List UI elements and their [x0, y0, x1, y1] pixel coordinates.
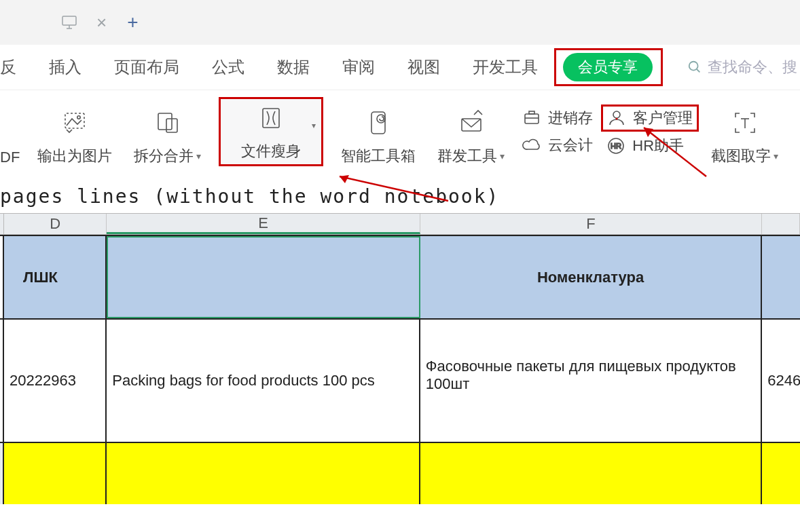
svg-rect-13 [525, 114, 539, 124]
search-icon [687, 60, 702, 75]
svg-text:HR: HR [611, 142, 621, 150]
file-slim-icon [257, 104, 285, 132]
ribbon-screenshot-text-label: 截图取字▾ [711, 146, 778, 166]
search-placeholder: 查找命令、搜 [708, 57, 797, 77]
tab-close-button[interactable]: × [96, 12, 107, 33]
ribbon-hr-assist[interactable]: HR HR助手 [606, 136, 693, 156]
data-row-1: 20222963 Packing bags for food products … [0, 320, 800, 443]
ribbon-inventory[interactable]: 进销存 [522, 108, 593, 128]
svg-line-4 [697, 69, 700, 73]
cell-header-d[interactable]: ЛШК [4, 236, 107, 318]
header-row: ЛШК Номенклатура [0, 235, 800, 320]
menu-item-page-layout[interactable]: 页面布局 [98, 56, 196, 78]
svg-rect-15 [529, 111, 534, 114]
column-headers: D E F [0, 213, 800, 235]
svg-rect-9 [263, 109, 279, 128]
cell-e2[interactable] [107, 443, 420, 504]
titlebar: × + [0, 0, 800, 45]
menu-item-0[interactable]: 反 [0, 56, 33, 78]
cell-f1[interactable]: Фасовочные пакеты для пищевых продуктов … [420, 320, 762, 442]
command-search[interactable]: 查找命令、搜 [687, 57, 797, 77]
cell-g2[interactable] [762, 443, 800, 504]
menu-item-view[interactable]: 视图 [391, 56, 456, 78]
svg-point-16 [613, 111, 620, 118]
cell-header-f[interactable]: Номенклатура [420, 236, 762, 318]
ribbon-smart-toolbox[interactable]: 智能工具箱 [330, 97, 426, 166]
ribbon-file-slim-label: 文件瘦身 [241, 141, 301, 162]
ribbon-split-merge[interactable]: 拆分合并▾ [123, 97, 212, 166]
formula-bar[interactable]: pages lines (without the word notebook) [0, 177, 800, 213]
menu-item-review[interactable]: 审阅 [326, 56, 391, 78]
hr-icon: HR [606, 136, 625, 155]
ribbon-split-merge-label: 拆分合并▾ [134, 146, 201, 166]
data-row-2 [0, 443, 800, 504]
ribbon-mass-send-label: 群发工具▾ [437, 146, 505, 166]
svg-point-6 [77, 116, 80, 119]
ribbon-file-slim[interactable]: ▾ 文件瘦身 [219, 97, 323, 166]
menu-item-formula[interactable]: 公式 [196, 56, 261, 78]
colhead-e[interactable]: E [107, 214, 420, 234]
smart-toolbox-icon [365, 109, 392, 136]
cell-header-e-selected[interactable] [107, 236, 420, 318]
tab-add-button[interactable]: + [127, 12, 138, 33]
ribbon-mass-send[interactable]: 群发工具▾ [426, 97, 515, 166]
colhead-g[interactable] [762, 214, 800, 234]
ribbon-pdf[interactable]: DF [0, 97, 26, 166]
dropdown-icon[interactable]: ▾ [312, 121, 316, 130]
presentation-icon[interactable] [61, 14, 77, 31]
svg-point-3 [689, 62, 698, 71]
ribbon-col-people: 客户管理 HR HR助手 [600, 97, 700, 166]
colhead-f[interactable]: F [420, 214, 762, 234]
inventory-icon [522, 109, 541, 128]
cell-d1[interactable]: 20222963 [4, 320, 107, 442]
menu-vip-highlight: 会员专享 [554, 48, 663, 86]
image-export-icon [61, 109, 88, 136]
mass-send-icon [458, 109, 485, 136]
screenshot-text-icon [731, 109, 759, 136]
colhead-d[interactable]: D [4, 214, 107, 234]
ribbon-smart-toolbox-label: 智能工具箱 [341, 146, 416, 166]
menu-item-insert[interactable]: 插入 [33, 56, 98, 78]
svg-rect-0 [62, 16, 76, 25]
menu-item-devtools[interactable]: 开发工具 [456, 56, 554, 78]
split-merge-icon [154, 109, 181, 136]
menu-item-vip[interactable]: 会员专享 [563, 53, 653, 81]
cell-d2[interactable] [4, 443, 107, 504]
customer-icon [607, 109, 626, 128]
ribbon-export-image[interactable]: 输出为图片 [26, 97, 123, 166]
ribbon-export-image-label: 输出为图片 [37, 146, 112, 166]
menu-item-data[interactable]: 数据 [261, 56, 326, 78]
svg-rect-7 [158, 113, 172, 130]
cell-g1[interactable]: 6246 [762, 320, 800, 442]
ribbon-col-finance: 进销存 云会计 [515, 97, 600, 166]
ribbon-cloud-accounting[interactable]: 云会计 [522, 135, 593, 155]
cell-header-g[interactable] [762, 236, 800, 318]
ribbon-customer-mgmt[interactable]: 客户管理 [601, 104, 699, 132]
cloud-icon [522, 136, 541, 155]
cell-e1[interactable]: Packing bags for food products 100 pcs [107, 320, 420, 442]
ribbon-screenshot-text[interactable]: 截图取字▾ [700, 97, 789, 166]
cell-f2[interactable] [420, 443, 762, 504]
menubar: 反 插入 页面布局 公式 数据 审阅 视图 开发工具 会员专享 查找命令、搜 [0, 45, 800, 90]
ribbon: DF 输出为图片 拆分合并▾ ▾ 文件瘦身 [0, 90, 800, 177]
ribbon-pdf-label: DF [0, 149, 20, 166]
tab-actions: × [61, 12, 107, 33]
spreadsheet: D E F ЛШК Номенклатура 20222963 Packing … [0, 213, 800, 504]
